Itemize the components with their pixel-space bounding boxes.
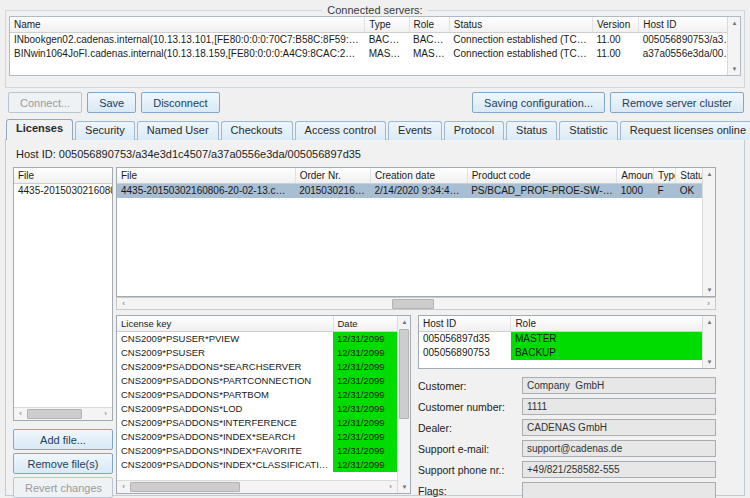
col-order-nr[interactable]: Order Nr. [295, 168, 370, 184]
scrollbar-thumb[interactable] [27, 409, 82, 419]
tab[interactable]: Events [388, 121, 442, 140]
col-product-code[interactable]: Product code [467, 168, 617, 184]
scroll-up-icon[interactable]: ▲ [703, 316, 716, 328]
servers-col-role[interactable]: Role [409, 17, 449, 33]
saving-configuration-button[interactable]: Saving configuration... [472, 92, 605, 113]
servers-col-name[interactable]: Name [10, 17, 365, 33]
license-key-row[interactable]: CNS2009*PSADDONS*INDEX*CLASSIFICATION 12… [117, 458, 399, 472]
tab[interactable]: Checkouts [221, 121, 293, 140]
remove-file-button[interactable]: Remove file(s) [13, 453, 113, 474]
cell-file: 4435-20150302160806-20-02-13.cnsldb [117, 184, 295, 198]
col-license-key[interactable]: License key [117, 316, 333, 332]
cell-date: 12/31/2099 [333, 416, 399, 430]
server-row[interactable]: BINwin1064JoFI.cadenas.internal(10.13.18… [10, 47, 740, 61]
license-keys-horizontal-scrollbar[interactable]: ‹ › [117, 480, 397, 493]
tab[interactable]: Statistic [559, 121, 618, 140]
tab[interactable]: Security [75, 121, 135, 140]
tab-bar: Licenses Security Named User Checkouts A… [6, 119, 750, 140]
detail-field[interactable] [522, 398, 716, 415]
servers-header-row: Name Type Role Status Version Host ID [10, 17, 740, 33]
servers-col-hostid[interactable]: Host ID [639, 17, 740, 33]
license-key-row[interactable]: CNS2009*PSADDONS*INTERFERENCE 12/31/2099 [117, 416, 399, 430]
cell-order-nr: 20150302160806 [295, 184, 370, 198]
scroll-down-icon[interactable]: ▼ [398, 481, 411, 493]
host-role-row[interactable]: 005056897d35 MASTER [419, 332, 715, 346]
scroll-up-icon[interactable]: ▲ [703, 168, 716, 180]
license-key-row[interactable]: CNS2009*PSADDONS*PARTBOM 12/31/2099 [117, 388, 399, 402]
scroll-left-icon[interactable]: ‹ [117, 481, 130, 493]
col-creation-date[interactable]: Creation date [370, 168, 467, 184]
col-host-id[interactable]: Host ID [419, 316, 511, 332]
scroll-right-icon[interactable]: › [384, 481, 397, 493]
host-role-row[interactable]: 005056890753 BACKUP [419, 346, 715, 360]
server-status: Connection established (TCP+UDP) [449, 47, 592, 61]
file-list-item[interactable]: 4435-20150302160806-20-02-13.cnsldb [14, 184, 113, 198]
cell-license-key: CNS2009*PSADDONS*INTERFERENCE [117, 416, 333, 430]
scroll-right-icon[interactable]: › [702, 298, 715, 310]
server-row[interactable]: INbookgen02.cadenas.internal(10.13.13.10… [10, 33, 740, 47]
license-key-row[interactable]: CNS2009*PSUSER*PVIEW 12/31/2099 [117, 332, 399, 346]
connect-button[interactable]: Connect... [8, 92, 82, 113]
servers-col-status[interactable]: Status [449, 17, 592, 33]
tab[interactable]: Request licenses online [620, 121, 750, 140]
scroll-up-icon[interactable]: ▲ [728, 17, 741, 29]
revert-changes-button[interactable]: Revert changes [13, 477, 113, 498]
tab[interactable]: Access control [295, 121, 387, 140]
cell-product-code: PS/BCAD_PROF-PROE-SW-WI-*ENTER [467, 184, 617, 198]
license-file-row[interactable]: 4435-20150302160806-20-02-13.cnsldb 2015… [117, 184, 715, 198]
scroll-down-icon[interactable]: ▼ [703, 356, 716, 368]
scrollbar-thumb[interactable] [392, 299, 434, 309]
host-roles-vertical-scrollbar[interactable]: ▲ ▼ [702, 316, 715, 368]
license-key-row[interactable]: CNS2009*PSADDONS*INDEX*SEARCH 12/31/2099 [117, 430, 399, 444]
tab[interactable]: Named User [137, 121, 219, 140]
remove-server-cluster-button[interactable]: Remove server cluster [610, 92, 744, 113]
tab[interactable]: Protocol [444, 121, 504, 140]
scrollbar-thumb[interactable] [399, 329, 409, 419]
scrollbar-thumb[interactable] [130, 482, 240, 492]
server-status: Connection established (TCP+UDP) [449, 33, 592, 47]
cell-host-id: 005056890753 [419, 346, 511, 360]
host-roles-panel: Host ID Role 005056897d35 MASTER 0050568… [418, 315, 716, 369]
detail-field[interactable] [522, 419, 716, 436]
detail-field[interactable] [522, 440, 716, 457]
col-type[interactable]: Type [653, 168, 675, 184]
servers-col-version[interactable]: Version [592, 17, 638, 33]
detail-field[interactable] [522, 461, 716, 478]
scroll-left-icon[interactable]: ‹ [117, 298, 130, 310]
file-list-horizontal-scrollbar[interactable]: ‹ › [14, 407, 112, 420]
col-role[interactable]: Role [511, 316, 715, 332]
disconnect-button[interactable]: Disconnect [141, 92, 219, 113]
scroll-down-icon[interactable]: ▼ [703, 284, 716, 296]
license-key-row[interactable]: CNS2009*PSUSER 12/31/2099 [117, 346, 399, 360]
scroll-left-icon[interactable]: ‹ [14, 408, 27, 420]
license-key-row[interactable]: CNS2009*PSADDONS*SEARCHSERVER 12/31/2099 [117, 360, 399, 374]
detail-row: Customer: [418, 377, 716, 394]
servers-vertical-scrollbar[interactable]: ▲ ▼ [727, 17, 740, 75]
col-file[interactable]: File [117, 168, 295, 184]
license-files-header-row: File Order Nr. Creation date Product cod… [117, 168, 715, 184]
license-keys-vertical-scrollbar[interactable]: ▲ ▼ [397, 316, 410, 493]
license-files-vertical-scrollbar[interactable]: ▲ ▼ [702, 168, 715, 296]
license-key-row[interactable]: CNS2009*PSADDONS*PARTCONNECTION 12/31/20… [117, 374, 399, 388]
save-button[interactable]: Save [87, 92, 136, 113]
col-amount[interactable]: Amount [617, 168, 654, 184]
tab[interactable]: Licenses [6, 119, 73, 140]
detail-field[interactable] [522, 377, 716, 394]
add-file-button[interactable]: Add file... [13, 429, 113, 450]
license-files-horizontal-scrollbar[interactable]: ‹ › [116, 297, 716, 310]
tab[interactable]: Status [506, 121, 557, 140]
scroll-down-icon[interactable]: ▼ [728, 63, 741, 75]
server-version: 11.00 [592, 47, 638, 61]
detail-field[interactable] [522, 482, 716, 498]
col-date[interactable]: Date [333, 316, 399, 332]
license-key-row[interactable]: CNS2009*PSADDONS*INDEX*FAVORITE 12/31/20… [117, 444, 399, 458]
server-hostid: 005056890753/a34e3... [639, 33, 740, 47]
license-key-row[interactable]: CNS2009*PSADDONS*LOD 12/31/2099 [117, 402, 399, 416]
cell-license-key: CNS2009*PSADDONS*SEARCHSERVER [117, 360, 333, 374]
file-list-col-file[interactable]: File [14, 168, 113, 184]
server-role: MASTER [409, 47, 449, 61]
scroll-right-icon[interactable]: › [99, 408, 112, 420]
scroll-up-icon[interactable]: ▲ [398, 316, 411, 328]
cell-date: 12/31/2099 [333, 360, 399, 374]
servers-col-type[interactable]: Type [365, 17, 409, 33]
